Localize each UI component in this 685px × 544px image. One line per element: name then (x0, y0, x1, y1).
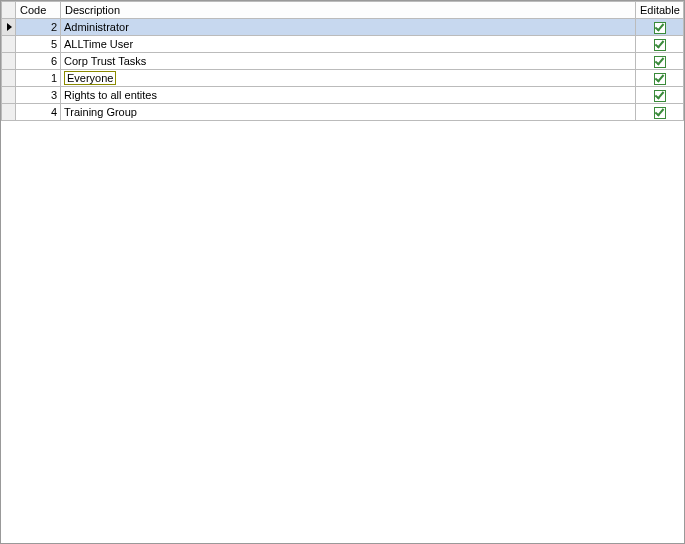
cell-editable[interactable] (636, 104, 684, 121)
row-indicator[interactable] (2, 87, 16, 104)
table-row[interactable]: 5ALLTime User (2, 36, 684, 53)
editable-checkbox[interactable] (654, 90, 666, 102)
header-description[interactable]: Description (61, 2, 636, 19)
header-indicator (2, 2, 16, 19)
editable-checkbox[interactable] (654, 22, 666, 34)
cell-code[interactable]: 4 (16, 104, 61, 121)
cell-editable[interactable] (636, 36, 684, 53)
cell-description[interactable]: Everyone (61, 70, 636, 87)
cell-description[interactable]: Administrator (61, 19, 636, 36)
row-indicator[interactable] (2, 19, 16, 36)
cell-description[interactable]: Rights to all entites (61, 87, 636, 104)
cell-description[interactable]: ALLTime User (61, 36, 636, 53)
cell-editable[interactable] (636, 70, 684, 87)
row-indicator[interactable] (2, 53, 16, 70)
focused-cell[interactable]: Everyone (64, 71, 116, 85)
cell-code[interactable]: 3 (16, 87, 61, 104)
table-row[interactable]: 4Training Group (2, 104, 684, 121)
cell-description[interactable]: Corp Trust Tasks (61, 53, 636, 70)
table-row[interactable]: 6Corp Trust Tasks (2, 53, 684, 70)
row-indicator[interactable] (2, 36, 16, 53)
editable-checkbox[interactable] (654, 107, 666, 119)
row-indicator[interactable] (2, 104, 16, 121)
cell-editable[interactable] (636, 53, 684, 70)
editable-checkbox[interactable] (654, 56, 666, 68)
cell-code[interactable]: 5 (16, 36, 61, 53)
cell-code[interactable]: 1 (16, 70, 61, 87)
header-code[interactable]: Code (16, 2, 61, 19)
cell-editable[interactable] (636, 19, 684, 36)
editable-checkbox[interactable] (654, 73, 666, 85)
cell-description[interactable]: Training Group (61, 104, 636, 121)
data-grid[interactable]: Code Description Editable 2Administrator… (1, 1, 684, 121)
header-editable[interactable]: Editable (636, 2, 684, 19)
table-row[interactable]: 3Rights to all entites (2, 87, 684, 104)
table-row[interactable]: 2Administrator (2, 19, 684, 36)
cell-code[interactable]: 2 (16, 19, 61, 36)
editable-checkbox[interactable] (654, 39, 666, 51)
header-row: Code Description Editable (2, 2, 684, 19)
cell-editable[interactable] (636, 87, 684, 104)
current-row-icon (7, 23, 12, 31)
row-indicator[interactable] (2, 70, 16, 87)
cell-code[interactable]: 6 (16, 53, 61, 70)
table-row[interactable]: 1Everyone (2, 70, 684, 87)
